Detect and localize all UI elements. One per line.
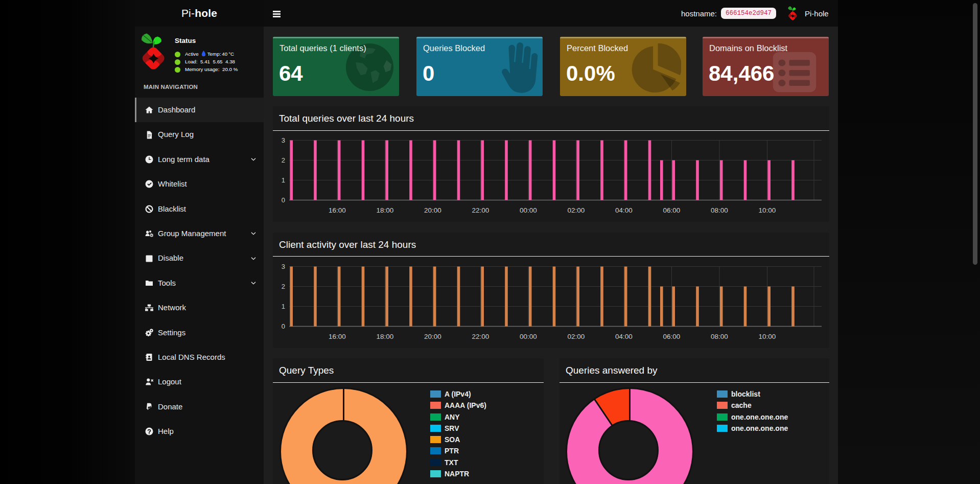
svg-text:08:00: 08:00: [711, 332, 728, 340]
svg-text:20:00: 20:00: [424, 206, 441, 214]
svg-text:04:00: 04:00: [615, 332, 633, 340]
svg-text:0: 0: [282, 196, 285, 204]
svg-text:10:00: 10:00: [759, 206, 776, 214]
svg-text:22:00: 22:00: [472, 206, 489, 214]
svg-text:18:00: 18:00: [377, 332, 394, 340]
svg-text:08:00: 08:00: [711, 206, 728, 214]
svg-text:06:00: 06:00: [663, 206, 681, 214]
svg-text:2: 2: [282, 283, 285, 290]
svg-text:16:00: 16:00: [329, 332, 346, 340]
svg-text:02:00: 02:00: [568, 206, 585, 214]
svg-text:20:00: 20:00: [424, 332, 441, 340]
svg-text:22:00: 22:00: [472, 332, 489, 340]
svg-text:0: 0: [282, 322, 285, 330]
svg-text:06:00: 06:00: [663, 332, 681, 340]
svg-text:1: 1: [282, 176, 285, 184]
svg-text:16:00: 16:00: [329, 206, 346, 214]
svg-text:3: 3: [282, 136, 285, 144]
svg-text:04:00: 04:00: [615, 206, 633, 214]
svg-text:1: 1: [282, 303, 285, 310]
svg-text:10:00: 10:00: [759, 332, 776, 340]
svg-text:2: 2: [282, 156, 285, 164]
svg-text:02:00: 02:00: [568, 332, 585, 340]
svg-text:00:00: 00:00: [520, 206, 537, 214]
svg-text:3: 3: [282, 263, 285, 270]
svg-text:00:00: 00:00: [520, 332, 537, 340]
svg-text:18:00: 18:00: [377, 206, 394, 214]
